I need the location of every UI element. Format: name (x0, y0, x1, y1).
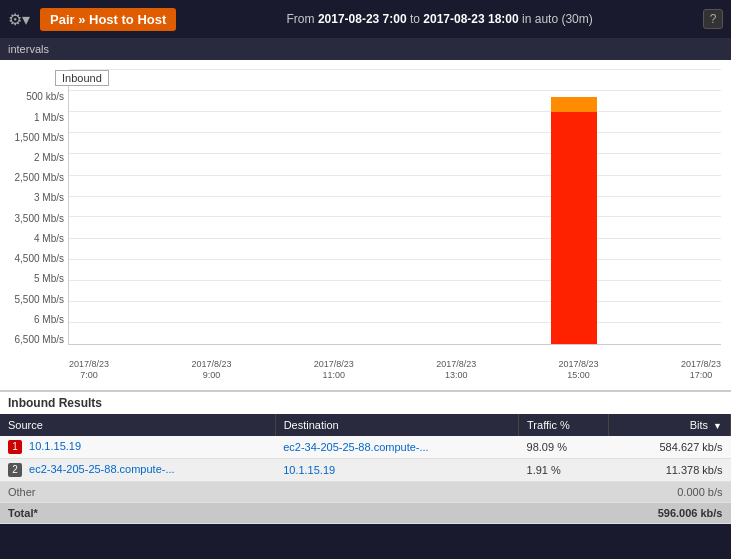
date-range-label: From 2017-08-23 7:00 to 2017-08-23 18:00… (186, 12, 693, 26)
sort-icon: ▼ (713, 421, 722, 431)
y-tick: 500 kb/s (10, 92, 68, 102)
y-tick: 4 Mb/s (10, 234, 68, 244)
x-axis: 2017/8/237:00 2017/8/239:00 2017/8/2311:… (69, 359, 721, 382)
table-header-row: Source Destination Traffic % Bits ▼ (0, 414, 731, 436)
x-tick: 2017/8/2311:00 (314, 359, 354, 382)
row-number: 2 (8, 463, 22, 477)
other-dest (275, 482, 518, 503)
y-tick: 4,500 Mb/s (10, 254, 68, 264)
total-bits: 596.006 kb/s (609, 503, 731, 524)
col-bits[interactable]: Bits ▼ (609, 414, 731, 436)
y-axis: 6,500 Mb/s 6 Mb/s 5,500 Mb/s 5 Mb/s 4,50… (10, 70, 68, 385)
header: ⚙▾ Pair » Host to Host From 2017-08-23 7… (0, 0, 731, 38)
y-tick: 3 Mb/s (10, 193, 68, 203)
y-tick: 6 Mb/s (10, 315, 68, 325)
table-row: 1 10.1.15.19 ec2-34-205-25-88.compute-..… (0, 436, 731, 459)
y-tick: 5,500 Mb/s (10, 295, 68, 305)
cell-source: 1 10.1.15.19 (0, 436, 275, 459)
x-tick: 2017/8/239:00 (191, 359, 231, 382)
y-tick: 1 Mb/s (10, 113, 68, 123)
other-label: Other (0, 482, 275, 503)
breadcrumb-nav[interactable]: Pair » Host to Host (40, 8, 176, 31)
results-title: Inbound Results (0, 392, 731, 414)
x-tick: 2017/8/2313:00 (436, 359, 476, 382)
bar-group (551, 97, 597, 344)
results-table: Source Destination Traffic % Bits ▼ (0, 414, 731, 524)
cell-destination: ec2-34-205-25-88.compute-... (275, 436, 518, 459)
y-tick: 3,500 Mb/s (10, 214, 68, 224)
x-tick: 2017/8/2315:00 (559, 359, 599, 382)
date-from: 2017-08-23 7:00 (318, 12, 407, 26)
cell-source: 2 ec2-34-205-25-88.compute-... (0, 459, 275, 482)
total-row: Total* 596.006 kb/s (0, 503, 731, 524)
gridlines (69, 70, 721, 344)
y-tick: 1,500 Mb/s (10, 133, 68, 143)
source-link[interactable]: ec2-34-205-25-88.compute-... (29, 463, 175, 475)
other-traffic (519, 482, 609, 503)
source-link[interactable]: 10.1.15.19 (29, 440, 81, 452)
cell-bits: 584.627 kb/s (609, 436, 731, 459)
date-interval: in auto (30m) (522, 12, 593, 26)
x-tick: 2017/8/237:00 (69, 359, 109, 382)
cell-bits: 11.378 kb/s (609, 459, 731, 482)
subheader: intervals (0, 38, 731, 60)
col-destination: Destination (275, 414, 518, 436)
chart-plot: 2017/8/237:00 2017/8/239:00 2017/8/2311:… (68, 70, 721, 345)
total-dest (275, 503, 518, 524)
col-traffic: Traffic % (519, 414, 609, 436)
chart-container: Inbound 6,500 Mb/s 6 Mb/s 5,500 Mb/s 5 M… (0, 60, 731, 390)
table-row: 2 ec2-34-205-25-88.compute-... 10.1.15.1… (0, 459, 731, 482)
cell-destination: 10.1.15.19 (275, 459, 518, 482)
other-row: Other 0.000 b/s (0, 482, 731, 503)
gear-icon[interactable]: ⚙▾ (8, 10, 30, 29)
bar-orange (551, 97, 597, 112)
help-button[interactable]: ? (703, 9, 723, 29)
date-to: 2017-08-23 18:00 (423, 12, 518, 26)
col-source: Source (0, 414, 275, 436)
y-tick: 2,500 Mb/s (10, 173, 68, 183)
total-label: Total* (0, 503, 275, 524)
other-bits: 0.000 b/s (609, 482, 731, 503)
y-tick: 5 Mb/s (10, 274, 68, 284)
cell-traffic: 98.09 % (519, 436, 609, 459)
cell-traffic: 1.91 % (519, 459, 609, 482)
total-traffic (519, 503, 609, 524)
x-tick: 2017/8/2317:00 (681, 359, 721, 382)
main-content: Inbound 6,500 Mb/s 6 Mb/s 5,500 Mb/s 5 M… (0, 60, 731, 524)
destination-link[interactable]: 10.1.15.19 (283, 464, 335, 476)
y-tick: 6,500 Mb/s (10, 335, 68, 345)
destination-link[interactable]: ec2-34-205-25-88.compute-... (283, 441, 429, 453)
inbound-legend-label: Inbound (55, 70, 109, 86)
intervals-label: intervals (8, 43, 49, 55)
chart-wrapper: 6,500 Mb/s 6 Mb/s 5,500 Mb/s 5 Mb/s 4,50… (10, 70, 721, 385)
row-number: 1 (8, 440, 22, 454)
results-section: Inbound Results Source Destination Traff… (0, 390, 731, 524)
y-tick: 2 Mb/s (10, 153, 68, 163)
bar-red (551, 112, 597, 344)
